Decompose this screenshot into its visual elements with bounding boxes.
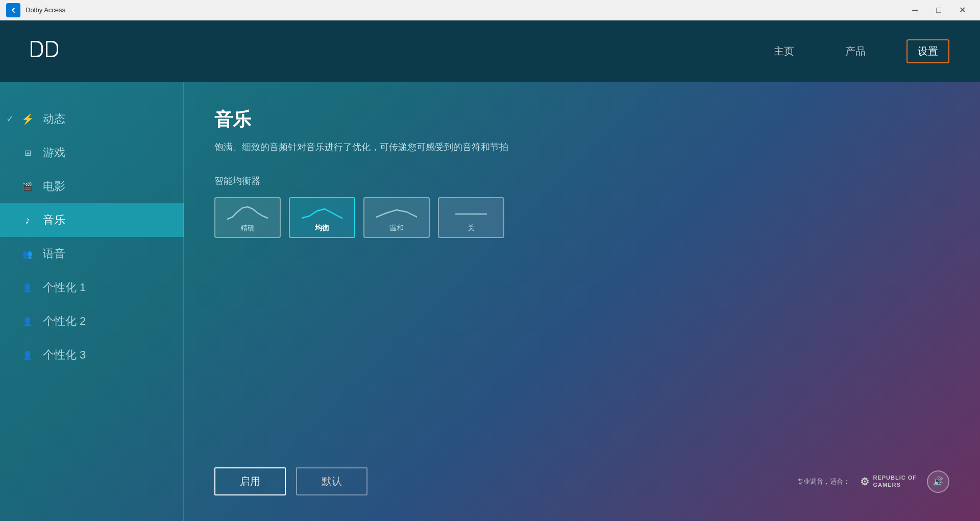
- eq-balanced-icon: [302, 200, 342, 221]
- equalizer-label: 智能均衡器: [214, 175, 949, 187]
- eq-balanced-label: 均衡: [315, 224, 329, 233]
- custom3-icon: 👤: [20, 350, 35, 360]
- eq-precise-icon: [227, 200, 268, 221]
- volume-icon: 🔊: [933, 476, 944, 487]
- dolby-d-right: [46, 41, 58, 57]
- top-navigation: 主页 产品 设置: [0, 20, 980, 82]
- sidebar-label-game: 游戏: [43, 145, 65, 160]
- rog-line1: REPUBLIC OF: [873, 475, 917, 481]
- sidebar-label-voice: 语音: [43, 246, 65, 262]
- sidebar-item-game[interactable]: ⊞ 游戏: [0, 136, 184, 170]
- footer-right: 专业调音，适合： ⚙ REPUBLIC OF GAMERS 🔊: [797, 470, 949, 493]
- sidebar-label-music: 音乐: [43, 212, 65, 228]
- sidebar-item-custom2[interactable]: 👤 个性化 2: [0, 304, 184, 338]
- tune-text: 专业调音，适合：: [797, 477, 850, 486]
- sidebar-label-custom3: 个性化 3: [43, 347, 86, 363]
- movie-icon: 🎬: [20, 182, 35, 192]
- content-title: 音乐: [214, 107, 949, 132]
- nav-links: 主页 产品 设置: [764, 39, 949, 63]
- eq-balanced[interactable]: 均衡: [289, 197, 355, 238]
- sidebar-item-custom3[interactable]: 👤 个性化 3: [0, 338, 184, 372]
- sidebar-label-dynamic: 动态: [43, 111, 65, 127]
- app-title: Dolby Access: [26, 6, 898, 14]
- custom2-icon: 👤: [20, 317, 35, 326]
- sidebar: ✓ ⚡ 动态 ⊞ 游戏 🎬 电影 ♪ 音乐 👥 语音: [0, 82, 184, 521]
- window-controls: ─ □ ✕: [903, 0, 974, 20]
- eq-warm[interactable]: 温和: [363, 197, 430, 238]
- eq-warm-icon: [376, 200, 417, 221]
- rog-line2: GAMERS: [873, 482, 917, 488]
- titlebar: Dolby Access ─ □ ✕: [0, 0, 980, 20]
- main-content: ✓ ⚡ 动态 ⊞ 游戏 🎬 电影 ♪ 音乐 👥 语音: [0, 82, 980, 521]
- sidebar-label-movie: 电影: [43, 179, 65, 194]
- sidebar-divider: [183, 82, 184, 521]
- content-panel: 音乐 饱满、细致的音频针对音乐进行了优化，可传递您可感受到的音符和节拍 智能均衡…: [184, 82, 980, 521]
- maximize-button[interactable]: □: [927, 0, 950, 20]
- dynamic-icon: ⚡: [20, 113, 35, 125]
- sidebar-item-dynamic[interactable]: ✓ ⚡ 动态: [0, 102, 184, 136]
- game-icon: ⊞: [20, 148, 35, 158]
- sidebar-item-movie[interactable]: 🎬 电影: [0, 170, 184, 203]
- sidebar-item-custom1[interactable]: 👤 个性化 1: [0, 271, 184, 304]
- default-button[interactable]: 默认: [296, 467, 368, 495]
- eq-off-icon: [451, 200, 492, 221]
- eq-precise[interactable]: 精确: [214, 197, 281, 238]
- nav-settings[interactable]: 设置: [906, 39, 949, 63]
- back-button[interactable]: [6, 3, 20, 17]
- rog-icon: ⚙: [860, 476, 870, 488]
- sidebar-item-music[interactable]: ♪ 音乐: [0, 203, 184, 237]
- eq-off[interactable]: 关: [438, 197, 504, 238]
- volume-button[interactable]: 🔊: [927, 470, 949, 493]
- close-button[interactable]: ✕: [950, 0, 974, 20]
- action-buttons: 启用 默认 专业调音，适合： ⚙ REPUBLIC OF GAMERS 🔊: [214, 467, 949, 495]
- eq-off-label: 关: [468, 224, 475, 233]
- nav-products[interactable]: 产品: [835, 40, 876, 62]
- sidebar-item-voice[interactable]: 👥 语音: [0, 237, 184, 271]
- eq-warm-label: 温和: [389, 224, 404, 233]
- eq-precise-label: 精确: [240, 224, 255, 233]
- minimize-button[interactable]: ─: [903, 0, 927, 20]
- music-icon: ♪: [20, 215, 35, 226]
- equalizer-options: 精确 均衡: [214, 197, 949, 238]
- content-description: 饱满、细致的音频针对音乐进行了优化，可传递您可感受到的音符和节拍: [214, 140, 949, 154]
- nav-home[interactable]: 主页: [764, 40, 804, 62]
- sidebar-label-custom2: 个性化 2: [43, 314, 86, 329]
- voice-icon: 👥: [20, 249, 35, 259]
- dolby-d-left: [31, 41, 43, 57]
- sidebar-label-custom1: 个性化 1: [43, 280, 86, 295]
- custom1-icon: 👤: [20, 283, 35, 293]
- dolby-logo: [31, 41, 61, 61]
- apply-button[interactable]: 启用: [214, 467, 286, 495]
- check-icon: ✓: [6, 113, 14, 125]
- app-container: 主页 产品 设置 ✓ ⚡ 动态 ⊞ 游戏 🎬 电影: [0, 20, 980, 521]
- rog-logo: ⚙ REPUBLIC OF GAMERS: [860, 475, 917, 488]
